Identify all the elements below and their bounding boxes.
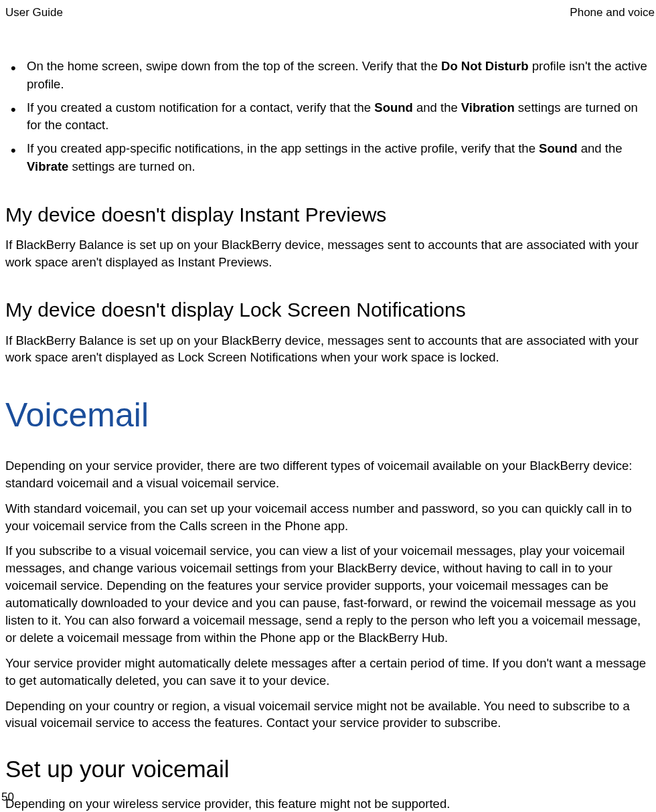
bullet-list: On the home screen, swipe down from the … xyxy=(5,58,651,176)
voicemail-paragraph: Your service provider might automaticall… xyxy=(5,655,651,689)
main-heading-voicemail: Voicemail xyxy=(5,393,651,438)
bullet-item: On the home screen, swipe down from the … xyxy=(27,58,651,94)
header-right: Phone and voice xyxy=(570,5,656,21)
bullet-item: If you created a custom notification for… xyxy=(27,99,651,135)
voicemail-paragraph: Depending on your country or region, a v… xyxy=(5,698,651,732)
section-body: If BlackBerry Balance is set up on your … xyxy=(5,332,651,367)
section-heading-instant-previews: My device doesn't display Instant Previe… xyxy=(5,201,651,229)
page-number: 50 xyxy=(1,790,14,805)
header-left: User Guide xyxy=(5,5,63,21)
voicemail-paragraph: With standard voicemail, you can set up … xyxy=(5,500,651,535)
voicemail-paragraph: Depending on your service provider, ther… xyxy=(5,457,651,492)
page-header: User Guide Phone and voice xyxy=(0,0,656,21)
bullet-item: If you created app-specific notification… xyxy=(27,140,651,176)
setup-intro: Depending on your wireless service provi… xyxy=(5,795,651,812)
sub-heading-setup-voicemail: Set up your voicemail xyxy=(5,753,651,785)
section-heading-lock-screen: My device doesn't display Lock Screen No… xyxy=(5,297,651,324)
voicemail-paragraph: If you subscribe to a visual voicemail s… xyxy=(5,542,651,646)
section-body: If BlackBerry Balance is set up on your … xyxy=(5,236,651,271)
page-content: On the home screen, swipe down from the … xyxy=(0,21,656,812)
